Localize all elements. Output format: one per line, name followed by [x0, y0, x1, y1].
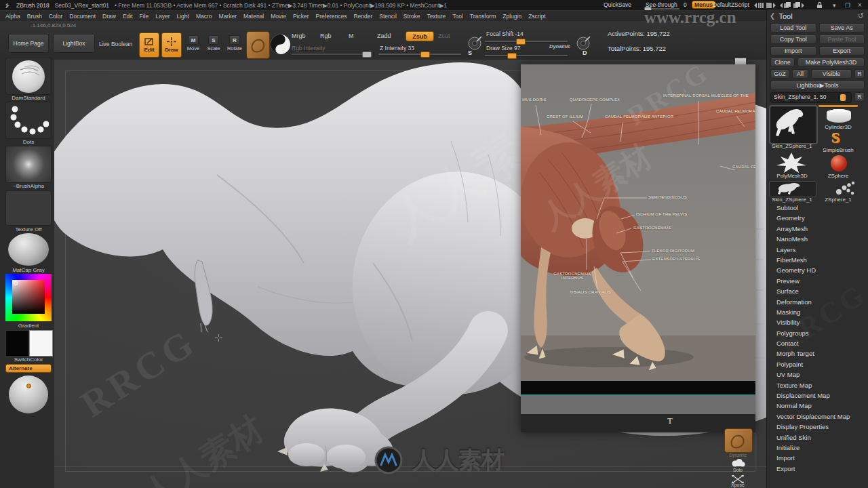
- active-tool-thumbnail[interactable]: [769, 105, 818, 144]
- polymesh3d-star-icon[interactable]: [776, 152, 806, 173]
- active-tool-slider-handle[interactable]: [840, 94, 846, 101]
- draw-button[interactable]: Draw: [161, 33, 182, 58]
- secondary-color-swatch[interactable]: [29, 330, 53, 357]
- lightbox-button[interactable]: LightBox: [53, 34, 95, 53]
- save-as-button[interactable]: Save As: [819, 23, 865, 33]
- tool-panel-section[interactable]: Morph Target: [767, 348, 868, 359]
- brush-selector-thumbnail[interactable]: [5, 58, 52, 95]
- see-through-slider[interactable]: [644, 8, 679, 9]
- minimize-button[interactable]: ▾: [833, 2, 836, 9]
- lock-icon[interactable]: [816, 1, 823, 9]
- color-picker-cursor[interactable]: [14, 281, 18, 285]
- menu-item[interactable]: Brush: [27, 13, 42, 20]
- draw-size-knob-icon[interactable]: D: [575, 35, 591, 56]
- simplebrush-icon[interactable]: S: [832, 129, 840, 147]
- tool-panel-section[interactable]: Polygroups: [767, 328, 868, 338]
- menu-item[interactable]: Picker: [293, 13, 309, 20]
- edit-button[interactable]: Edit: [139, 33, 159, 58]
- menu-item[interactable]: Movie: [271, 13, 286, 20]
- tray-arrange-icons[interactable]: [754, 2, 808, 9]
- menu-item[interactable]: Transform: [470, 13, 496, 20]
- panel-collapse-icon[interactable]: ❮: [770, 12, 775, 20]
- tool-r-button[interactable]: R: [854, 92, 865, 102]
- tool-panel-section[interactable]: Normal Map: [767, 401, 868, 411]
- tool-panel-section[interactable]: Import: [767, 453, 868, 463]
- goz-button[interactable]: GoZ: [770, 69, 789, 79]
- switch-color-label[interactable]: SwitchColor: [5, 357, 52, 363]
- paste-tool-button[interactable]: Paste Tool: [819, 35, 865, 44]
- menu-item[interactable]: Material: [243, 13, 264, 20]
- main-color-swatch[interactable]: [5, 330, 29, 357]
- menu-item[interactable]: Macro: [196, 13, 212, 20]
- tool-panel-section[interactable]: Contact: [767, 338, 868, 348]
- focal-knob-icon[interactable]: S: [467, 35, 483, 56]
- restore-button[interactable]: ❐: [845, 2, 850, 9]
- focal-shift-slider[interactable]: [485, 41, 568, 42]
- menu-item[interactable]: Texture: [427, 13, 446, 20]
- tool-panel-section[interactable]: Polypaint: [767, 359, 868, 369]
- solo-button[interactable]: Solo: [722, 468, 754, 472]
- alpha-selector-thumbnail[interactable]: [5, 146, 52, 183]
- tool-panel-section[interactable]: Visibility: [767, 317, 868, 327]
- tool-panel-section[interactable]: Deformation: [767, 297, 868, 307]
- visible-button[interactable]: Visible: [811, 69, 852, 79]
- m-button[interactable]: M: [349, 33, 354, 39]
- tool-panel-section[interactable]: NanoMesh: [767, 234, 868, 244]
- solo-cloud-icon[interactable]: [730, 459, 746, 467]
- stroke-selector-thumbnail[interactable]: [5, 102, 52, 139]
- move-button[interactable]: M Move: [184, 35, 202, 52]
- tool-panel-section[interactable]: Preview: [767, 276, 868, 286]
- tool-panel-section[interactable]: Texture Map: [767, 380, 868, 390]
- tool-panel-section[interactable]: Export: [767, 464, 868, 474]
- rgb-button[interactable]: Rgb: [320, 33, 332, 39]
- export-button[interactable]: Export: [819, 46, 865, 56]
- menu-item[interactable]: Color: [49, 13, 62, 20]
- panel-cycle-icon[interactable]: ↺: [858, 12, 864, 20]
- quicksave-button[interactable]: QuickSave: [604, 1, 631, 8]
- tool-panel-section[interactable]: Geometry: [767, 213, 868, 223]
- menu-item[interactable]: Tool: [452, 13, 463, 20]
- scrolled-tool-sliver[interactable]: [818, 105, 858, 107]
- xpose-button[interactable]: Xpose: [722, 483, 754, 487]
- tool-panel-section[interactable]: Masking: [767, 307, 868, 317]
- goz-r-button[interactable]: R: [854, 69, 865, 79]
- make-polymesh3d-button[interactable]: Make PolyMesh3D: [797, 58, 865, 67]
- menu-item[interactable]: Edit: [123, 13, 133, 20]
- material-selector-thumbnail[interactable]: [8, 233, 49, 266]
- import-button[interactable]: Import: [770, 46, 816, 56]
- alternate-button[interactable]: Alternate: [5, 364, 52, 373]
- active-tool-slider[interactable]: Skin_ZSphere_1. 50: [770, 92, 852, 103]
- menu-item[interactable]: Document: [69, 13, 96, 20]
- zsphere-icon[interactable]: [831, 155, 847, 171]
- rgb-intensity-slider[interactable]: [292, 54, 370, 55]
- tool-panel-section[interactable]: Display Properties: [767, 422, 868, 432]
- tool-panel-section[interactable]: Surface: [767, 286, 868, 296]
- tray-dynamic-label[interactable]: Dynamic: [720, 453, 755, 458]
- home-page-button[interactable]: Home Page: [8, 34, 49, 53]
- zsphere1-icon[interactable]: [835, 181, 856, 196]
- menu-item[interactable]: Preferences: [316, 13, 347, 20]
- color-picker-square[interactable]: [12, 280, 45, 314]
- rotate-button[interactable]: R Rotate: [225, 35, 244, 52]
- tool-panel-section[interactable]: UV Map: [767, 369, 868, 380]
- dynamic-mode-label[interactable]: Dynamic: [549, 43, 570, 49]
- texture-selector-thumbnail[interactable]: [5, 190, 52, 226]
- load-tool-button[interactable]: Load Tool: [770, 23, 816, 33]
- skin-zsphere-thumbnail[interactable]: [769, 181, 816, 197]
- zadd-button[interactable]: Zadd: [377, 33, 391, 39]
- zcut-button[interactable]: Zcut: [438, 33, 450, 39]
- tool-panel-section[interactable]: Vector Displacement Map: [767, 411, 868, 422]
- color-picker[interactable]: [5, 274, 52, 321]
- default-zscript-button[interactable]: DefaultZScript: [713, 1, 749, 8]
- all-button[interactable]: All: [792, 69, 808, 79]
- menu-item[interactable]: File: [140, 13, 149, 20]
- copy-tool-button[interactable]: Copy Tool: [770, 35, 816, 44]
- menu-item[interactable]: Alpha: [5, 13, 20, 20]
- preview-sphere[interactable]: [9, 375, 48, 413]
- zsub-button[interactable]: Zsub: [406, 31, 434, 41]
- draw-size-slider[interactable]: [485, 55, 568, 56]
- menu-item[interactable]: Zscript: [528, 13, 546, 20]
- cylinder3d-icon[interactable]: [827, 109, 851, 123]
- lightbox-tools-button[interactable]: Lightbox▶Tools: [770, 81, 865, 90]
- mrgb-button[interactable]: Mrgb: [292, 33, 306, 39]
